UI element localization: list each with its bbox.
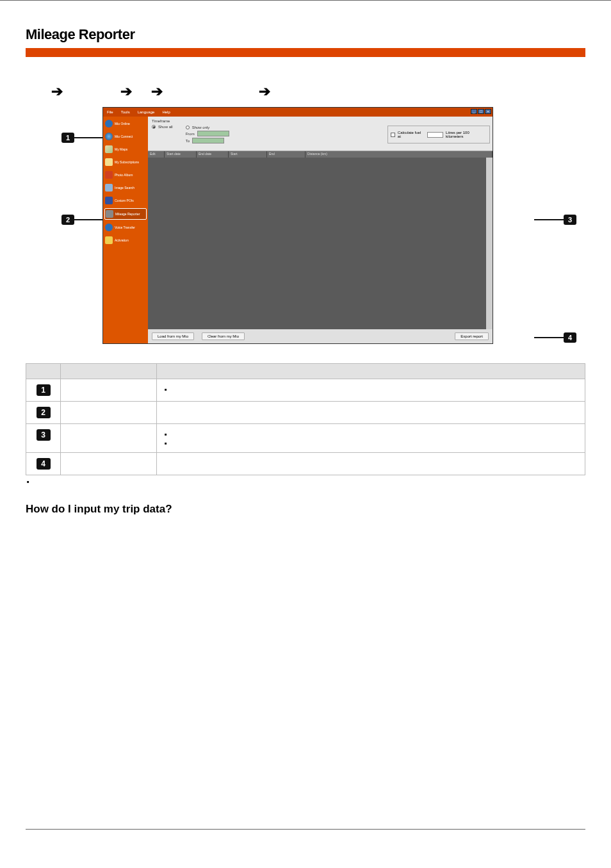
export-report-button[interactable]: Export report — [455, 332, 489, 340]
load-from-mio-button[interactable]: Load from my Mio — [152, 332, 194, 340]
sidebar-item-custom-pois[interactable]: Custom POIs — [104, 195, 147, 206]
mileage-icon — [106, 210, 113, 218]
legend-desc-3 — [157, 424, 585, 453]
fuel-calc-checkbox[interactable] — [391, 133, 395, 137]
footer-divider — [26, 829, 585, 830]
app-window: File Tools Language Help _ □ × Mio Onlin… — [102, 107, 493, 344]
date-from-input[interactable] — [197, 131, 229, 136]
legend-header-num — [26, 364, 61, 379]
sidebar-item-mio-connect[interactable]: Mio Connect — [104, 131, 147, 142]
map-icon — [105, 145, 113, 153]
minimize-icon[interactable]: _ — [471, 109, 477, 114]
menu-tools[interactable]: Tools — [121, 110, 130, 114]
subsection-title: How do I input my trip data? — [26, 503, 585, 516]
callout-1: 1 — [61, 133, 74, 143]
sidebar-item-my-maps[interactable]: My Maps — [104, 144, 147, 154]
legend-row: 4 — [26, 453, 585, 475]
clear-from-mio-button[interactable]: Clear from my Mio — [202, 332, 245, 340]
trip-data-grid[interactable] — [148, 158, 493, 329]
sidebar-item-my-subscriptions[interactable]: My Subscriptions — [104, 157, 147, 167]
legend-table: 1 2 3 4 — [26, 363, 585, 475]
arrow-right-icon: ➔ — [51, 83, 63, 100]
arrow-right-icon: ➔ — [259, 83, 270, 100]
date-to-input[interactable] — [192, 138, 224, 143]
menu-help[interactable]: Help — [162, 110, 170, 114]
main-panel: Timeframe Show all Show only From To Cal… — [148, 117, 493, 343]
legend-badge-4: 4 — [37, 458, 51, 470]
legend-name-2 — [61, 402, 157, 424]
close-icon[interactable]: × — [485, 109, 491, 114]
sidebar-item-mio-online[interactable]: Mio Online — [104, 119, 147, 129]
search-icon — [105, 184, 113, 192]
sidebar-item-mileage-reporter[interactable]: Mileage Reporter — [104, 208, 147, 220]
connect-icon — [105, 133, 113, 140]
fuel-rate-input[interactable] — [427, 132, 443, 138]
menu-language[interactable]: Language — [138, 110, 155, 114]
photo-icon — [105, 171, 113, 179]
sidebar-item-voice-transfer[interactable]: Voice Transfer — [104, 222, 147, 233]
sidebar: Mio Online Mio Connect My Maps My Subscr… — [103, 117, 148, 343]
window-controls: _ □ × — [471, 109, 491, 114]
callout-3: 3 — [564, 215, 576, 225]
action-buttonbar: Load from my Mio Clear from my Mio Expor… — [148, 329, 493, 343]
annotated-screenshot: File Tools Language Help _ □ × Mio Onlin… — [51, 107, 538, 350]
section-title: Mileage Reporter — [26, 26, 585, 43]
footnote-bullet — [27, 478, 585, 485]
subscriptions-icon — [105, 158, 113, 166]
legend-row: 2 — [26, 402, 585, 424]
activation-icon — [105, 236, 113, 244]
globe-icon — [105, 120, 113, 127]
breadcrumb-arrows: ➔ ➔ ➔ ➔ — [51, 83, 585, 101]
legend-header-desc — [157, 364, 585, 379]
legend-row: 1 — [26, 379, 585, 402]
legend-header-name — [61, 364, 157, 379]
menubar: File Tools Language Help — [103, 108, 493, 117]
timeframe-group: Timeframe Show all — [152, 119, 173, 148]
callout-2: 2 — [61, 215, 74, 225]
scrollbar[interactable] — [486, 158, 493, 329]
timeframe-range-group: Show only From To — [186, 119, 229, 148]
legend-badge-1: 1 — [37, 384, 51, 396]
menu-file[interactable]: File — [107, 110, 113, 114]
radio-show-only[interactable] — [186, 126, 190, 129]
legend-desc-1 — [157, 379, 585, 402]
trip-table-header: Edit Start date End date Start End Dista… — [148, 151, 493, 158]
voice-icon — [105, 224, 113, 231]
sidebar-item-photo-album[interactable]: Photo Album — [104, 170, 147, 180]
legend-name-3 — [61, 424, 157, 453]
fuel-calc-panel: Calculate fuel at Litres per 100 kilomet… — [387, 126, 490, 143]
legend-name-4 — [61, 453, 157, 475]
legend-row: 3 — [26, 424, 585, 453]
arrow-right-icon: ➔ — [151, 83, 163, 100]
legend-badge-2: 2 — [37, 407, 51, 418]
maximize-icon[interactable]: □ — [478, 109, 484, 114]
legend-header-row — [26, 364, 585, 379]
timeframe-label: Timeframe — [152, 119, 173, 123]
legend-desc-2 — [157, 402, 585, 424]
legend-badge-3: 3 — [37, 429, 51, 441]
sidebar-item-image-search[interactable]: Image Search — [104, 183, 147, 193]
poi-icon — [105, 197, 113, 204]
legend-desc-4 — [157, 453, 585, 475]
sidebar-item-activation[interactable]: Activation — [104, 235, 147, 245]
orange-divider-bar — [26, 48, 585, 57]
callout-4: 4 — [564, 332, 576, 343]
radio-show-all[interactable] — [152, 125, 156, 129]
legend-name-1 — [61, 379, 157, 402]
arrow-right-icon: ➔ — [120, 83, 132, 100]
